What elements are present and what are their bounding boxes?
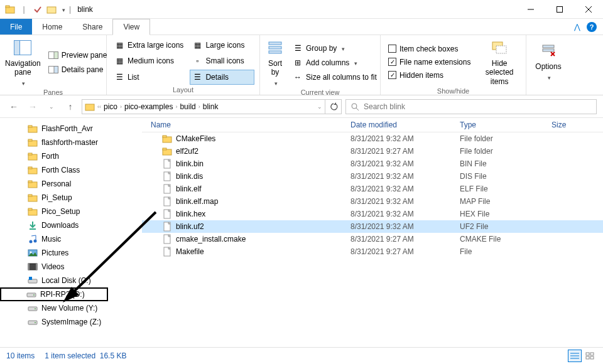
tree-item[interactable]: SystemImage (Z:) (0, 315, 142, 329)
layout-medium[interactable]: ▦Medium icons (112, 54, 186, 69)
file-row[interactable]: blink.elf8/31/2021 9:32 AMELF File (142, 183, 603, 195)
crumb-pico[interactable]: pico› (104, 102, 123, 111)
refresh-button[interactable] (325, 99, 342, 114)
md-icons-icon: ▦ (114, 56, 124, 66)
tree-item[interactable]: Personal (0, 177, 142, 191)
col-date[interactable]: Date modified (350, 120, 460, 129)
tab-home[interactable]: Home (32, 19, 72, 35)
tab-view[interactable]: View (112, 19, 150, 35)
tree-item[interactable]: New Volume (Y:) (0, 301, 142, 315)
lg-icons-icon: ▦ (192, 40, 202, 50)
file-row[interactable]: blink.uf28/31/2021 9:32 AMUF2 File (142, 220, 603, 233)
svg-rect-36 (28, 208, 32, 210)
column-headers[interactable]: Name Date modified Type Size (142, 118, 603, 132)
details-view-toggle[interactable] (568, 350, 582, 362)
add-columns-button[interactable]: ⊞Add columns (290, 56, 379, 69)
folder-icon (28, 179, 38, 189)
current-view-group-label: Current view (265, 87, 375, 96)
file-row[interactable]: blink.dis8/31/2021 9:32 AMDIS File (142, 170, 603, 183)
svg-rect-34 (28, 195, 32, 196)
tree-item[interactable]: Pi_Setup (0, 191, 142, 205)
checkbox-checked-icon: ✓ (388, 71, 396, 79)
ribbon-collapse-icon[interactable]: ⋀ (574, 23, 580, 31)
col-type[interactable]: Type (460, 120, 551, 129)
tree-item[interactable]: RPI-RP2 (D:) (0, 287, 108, 301)
up-button[interactable]: ↑ (63, 99, 78, 114)
item-check-boxes-toggle[interactable]: Item check boxes (386, 43, 473, 55)
details-pane-button[interactable]: Details pane (46, 63, 110, 76)
svg-rect-19 (543, 49, 554, 51)
sort-icon (265, 38, 285, 58)
svg-point-21 (352, 104, 357, 109)
crumb-build[interactable]: build› (180, 102, 201, 111)
col-name[interactable]: Name (151, 120, 350, 129)
tree-item[interactable]: Forth Class (0, 163, 142, 177)
folder-icon (28, 165, 38, 175)
layout-details[interactable]: ☰Details (190, 70, 254, 85)
navigation-pane-button[interactable]: Navigation pane (5, 38, 41, 87)
search-input[interactable]: Search blink (345, 99, 597, 114)
svg-point-48 (33, 294, 35, 296)
thumbnails-view-toggle[interactable] (583, 350, 597, 362)
file-menu[interactable]: File (0, 19, 32, 35)
size-columns-button[interactable]: ↔Size all columns to fit (290, 71, 379, 83)
tree-item[interactable]: flashforth-master (0, 136, 142, 149)
forward-button[interactable]: → (25, 99, 40, 114)
back-button[interactable]: ← (6, 99, 21, 114)
sort-by-button[interactable]: Sort by (265, 38, 285, 87)
list-icon: ☰ (114, 72, 124, 82)
file-row[interactable]: blink.bin8/31/2021 9:32 AMBIN File (142, 158, 603, 170)
crumb-blink[interactable]: blink (203, 102, 219, 111)
tree-item[interactable]: Downloads (0, 218, 142, 232)
qat-properties-icon[interactable] (33, 4, 43, 14)
file-row[interactable]: CMakeFiles8/31/2021 9:32 AMFile folder (142, 132, 603, 145)
tree-item[interactable]: FlashForth_Avr (0, 122, 142, 136)
svg-rect-43 (28, 264, 30, 270)
svg-rect-14 (269, 46, 281, 49)
tree-item[interactable]: Forth (0, 149, 142, 163)
file-row[interactable]: blink.hex8/31/2021 9:32 AMHEX File (142, 208, 603, 220)
svg-point-38 (30, 240, 33, 244)
file-row[interactable]: blink.elf.map8/31/2021 9:32 AMMAP File (142, 195, 603, 208)
nav-tree[interactable]: FlashForth_Avrflashforth-masterForthFort… (0, 118, 142, 347)
options-button[interactable]: Options (531, 38, 565, 85)
folder-icon (85, 102, 95, 112)
svg-rect-46 (29, 277, 32, 280)
recent-locations[interactable]: ⌄ (44, 99, 59, 114)
svg-rect-10 (54, 52, 58, 59)
tree-item[interactable]: Videos (0, 260, 142, 274)
group-by-button[interactable]: ☰Group by (290, 42, 379, 55)
svg-rect-71 (590, 356, 594, 359)
checkbox-checked-icon: ✓ (388, 58, 396, 66)
hidden-items-toggle[interactable]: ✓Hidden items (386, 70, 473, 81)
svg-rect-12 (54, 67, 58, 73)
tab-share[interactable]: Share (72, 19, 112, 35)
tree-item[interactable]: Local Disk (C:) (0, 274, 142, 287)
qat-dropdown-icon[interactable] (60, 5, 65, 14)
file-row[interactable]: cmake_install.cmake8/31/2021 9:27 AMCMAK… (142, 233, 603, 245)
file-extensions-toggle[interactable]: ✓File name extensions (386, 56, 473, 68)
breadcrumb[interactable]: ‹‹ pico› pico-examples› build› blink ⌄ (82, 99, 325, 114)
close-button[interactable] (574, 0, 603, 19)
preview-pane-button[interactable]: Preview pane (46, 49, 110, 62)
layout-small[interactable]: ▫Small icons (190, 54, 254, 69)
folder-icon (5, 4, 15, 14)
tree-item[interactable]: Music (0, 232, 142, 246)
hide-selected-button[interactable]: Hide selected items (478, 38, 521, 86)
layout-large[interactable]: ▦Large icons (190, 38, 254, 53)
file-row[interactable]: Makefile8/31/2021 9:27 AMFile (142, 245, 603, 258)
layout-list[interactable]: ☰List (112, 70, 186, 85)
col-size[interactable]: Size (551, 120, 589, 129)
preview-pane-icon (48, 50, 58, 60)
layout-extra-large[interactable]: ▦Extra large icons (112, 38, 186, 53)
svg-rect-56 (163, 148, 166, 150)
qat-new-folder-icon[interactable] (46, 4, 57, 14)
maximize-button[interactable] (545, 0, 574, 19)
minimize-button[interactable] (516, 0, 545, 19)
help-icon[interactable]: ? (587, 22, 597, 32)
file-row[interactable]: elf2uf28/31/2021 9:27 AMFile folder (142, 145, 603, 158)
tree-item[interactable]: Pictures (0, 246, 142, 260)
crumb-pico-examples[interactable]: pico-examples› (124, 102, 178, 111)
tree-item[interactable]: Pico_Setup (0, 205, 142, 218)
svg-rect-4 (557, 6, 563, 12)
